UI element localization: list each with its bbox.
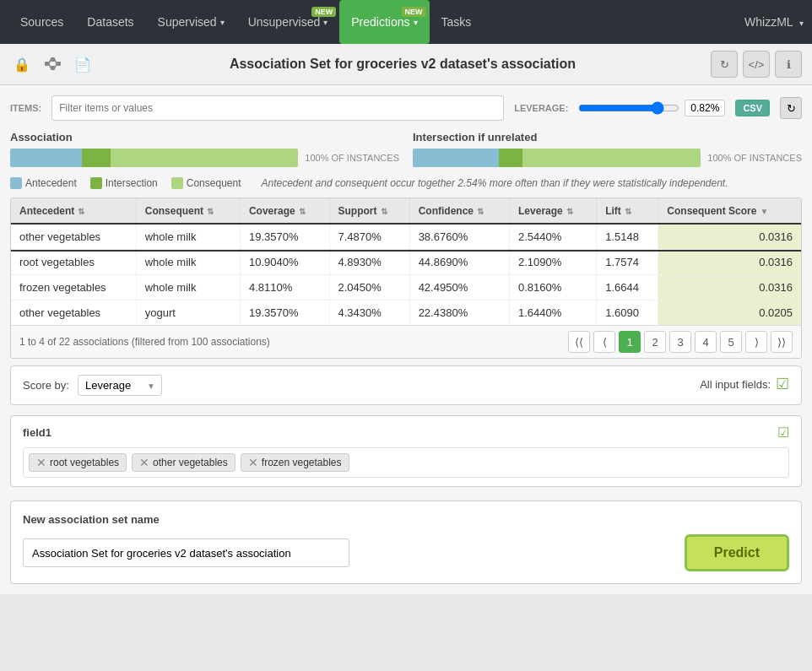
page-first-button[interactable]: ⟨⟨ xyxy=(568,331,590,353)
leverage-slider-container: 0.82% xyxy=(578,100,725,116)
col-confidence[interactable]: Confidence⇅ xyxy=(409,198,509,225)
doc-icon[interactable]: 📄 xyxy=(71,52,95,76)
association-right: Intersection if unrelated 100% OF INSTAN… xyxy=(413,131,802,167)
svg-line-7 xyxy=(55,64,57,68)
tag-remove-icon[interactable]: ✕ xyxy=(139,457,149,468)
name-input[interactable] xyxy=(23,538,349,567)
page-controls: ⟨⟨ ⟨ 1 2 3 4 5 ⟩ ⟩⟩ xyxy=(568,331,793,353)
filter-bar: ITEMS: LEVERAGE: 0.82% CSV ↻ xyxy=(10,95,802,121)
legend-note: Antecedent and consequent occur together… xyxy=(261,177,728,189)
legend-label-antecedent: Antecedent xyxy=(25,177,77,189)
chevron-down-icon-predictions: ▾ xyxy=(414,18,418,27)
svg-line-6 xyxy=(55,60,57,64)
col-lift[interactable]: Lift⇅ xyxy=(597,198,658,225)
legend-antecedent: Antecedent xyxy=(10,177,77,189)
table-row[interactable]: other vegetables yogurt 19.3570% 4.3430%… xyxy=(11,300,801,326)
bar-intersection-left xyxy=(82,149,111,167)
refresh-icon[interactable]: ↻ xyxy=(711,51,738,78)
legend: Antecedent Intersection Consequent Antec… xyxy=(10,177,802,189)
table-row[interactable]: other vegetables whole milk 19.3570% 7.4… xyxy=(11,225,801,250)
new-badge-unsupervised: NEW xyxy=(311,7,336,17)
page-prev-button[interactable]: ⟨ xyxy=(593,331,615,353)
nav-item-datasets[interactable]: Datasets xyxy=(75,0,145,44)
whizzml-menu[interactable]: WhizzML ▾ xyxy=(744,15,804,29)
bar-wrapper-left xyxy=(10,149,298,167)
association-table: Antecedent⇅ Consequent⇅ Coverage⇅ Suppor… xyxy=(10,198,802,359)
page-title: Association Set for groceries v2 dataset… xyxy=(101,57,704,72)
score-left: Score by: Leverage Support Confidence Li… xyxy=(23,375,162,396)
page-2-button[interactable]: 2 xyxy=(644,331,666,353)
predict-button[interactable]: Predict xyxy=(685,534,789,571)
nav-item-predictions[interactable]: NEW Predictions ▾ xyxy=(339,0,429,44)
page-3-button[interactable]: 3 xyxy=(669,331,691,353)
field1-checkbox[interactable]: ☑ xyxy=(777,425,789,441)
legend-intersection: Intersection xyxy=(90,177,158,189)
bottom-section: New association set name Predict xyxy=(10,501,802,584)
score-select[interactable]: Leverage Support Confidence Lift xyxy=(78,375,162,396)
page-next-button[interactable]: ⟩ xyxy=(745,331,767,353)
bar-pct-right: 100% OF INSTANCES xyxy=(707,153,802,163)
svg-rect-2 xyxy=(51,66,55,70)
tag: ✕frozen vegetables xyxy=(241,453,349,472)
navbar: Sources Datasets Supervised ▾ NEW Unsupe… xyxy=(0,0,812,44)
tag-remove-icon[interactable]: ✕ xyxy=(248,457,258,468)
page-last-button[interactable]: ⟩⟩ xyxy=(771,331,793,353)
table-row[interactable]: frozen vegetables whole milk 4.8110% 2.0… xyxy=(11,275,801,300)
col-antecedent[interactable]: Antecedent⇅ xyxy=(11,198,136,225)
table-row[interactable]: root vegetables whole milk 10.9040% 4.89… xyxy=(11,250,801,275)
sort-support-icon: ⇅ xyxy=(381,207,387,216)
bar-consequent-right xyxy=(522,149,701,167)
bar-antecedent-left xyxy=(10,149,82,167)
items-input[interactable] xyxy=(51,95,504,121)
pagination-summary: 1 to 4 of 22 associations (filtered from… xyxy=(19,336,270,348)
svg-rect-0 xyxy=(45,62,49,66)
sort-antecedent-icon: ⇅ xyxy=(78,207,84,216)
association-left: Association 100% OF INSTANCES xyxy=(10,131,399,167)
data-refresh-button[interactable]: ↻ xyxy=(780,97,802,119)
score-by-label: Score by: xyxy=(23,379,69,392)
sort-lift-icon: ⇅ xyxy=(625,207,631,216)
page-5-button[interactable]: 5 xyxy=(720,331,742,353)
items-label: ITEMS: xyxy=(10,103,41,113)
page-1-button[interactable]: 1 xyxy=(619,331,641,353)
field1-tags-container[interactable]: ✕root vegetables✕other vegetables✕frozen… xyxy=(23,447,789,478)
csv-button[interactable]: CSV xyxy=(735,100,770,116)
legend-color-consequent xyxy=(171,177,183,189)
nav-item-tasks[interactable]: Tasks xyxy=(430,0,484,44)
legend-color-intersection xyxy=(90,177,102,189)
tag-remove-icon[interactable]: ✕ xyxy=(36,457,46,468)
score-section: Score by: Leverage Support Confidence Li… xyxy=(10,365,802,405)
nav-item-unsupervised[interactable]: NEW Unsupervised ▾ xyxy=(236,0,340,44)
chevron-down-icon-brand: ▾ xyxy=(799,19,804,28)
model-icon[interactable] xyxy=(41,52,64,76)
leverage-slider[interactable] xyxy=(578,101,679,115)
legend-consequent: Consequent xyxy=(171,177,241,189)
score-select-wrapper: Leverage Support Confidence Lift xyxy=(78,375,162,396)
lock-icon[interactable]: 🔒 xyxy=(10,52,34,76)
page-4-button[interactable]: 4 xyxy=(695,331,717,353)
legend-label-consequent: Consequent xyxy=(187,177,241,189)
col-coverage[interactable]: Coverage⇅ xyxy=(240,198,329,225)
association-title: Association xyxy=(10,131,399,143)
bar-pct-left: 100% OF INSTANCES xyxy=(305,153,399,163)
svg-line-4 xyxy=(49,60,51,64)
col-leverage[interactable]: Leverage⇅ xyxy=(510,198,597,225)
all-fields-checkbox[interactable]: ☑ xyxy=(776,375,789,393)
svg-rect-1 xyxy=(51,57,55,62)
col-support[interactable]: Support⇅ xyxy=(329,198,409,225)
leverage-value: 0.82% xyxy=(685,100,725,116)
col-consequent-score[interactable]: Consequent Score▼ xyxy=(658,198,801,225)
field1-section: field1 ☑ ✕root vegetables✕other vegetabl… xyxy=(10,415,802,487)
nav-item-supervised[interactable]: Supervised ▾ xyxy=(146,0,236,44)
bar-intersection-right xyxy=(499,149,522,167)
nav-item-sources[interactable]: Sources xyxy=(8,0,75,44)
field1-header: field1 ☑ xyxy=(23,425,789,441)
info-icon[interactable]: ℹ xyxy=(775,51,802,78)
legend-label-intersection: Intersection xyxy=(106,177,158,189)
intersection-title: Intersection if unrelated xyxy=(413,131,802,143)
code-icon[interactable]: </> xyxy=(743,51,770,78)
svg-rect-3 xyxy=(57,62,61,66)
toolbar-actions: ↻ </> ℹ xyxy=(711,51,802,78)
sort-leverage-icon: ⇅ xyxy=(566,207,573,216)
col-consequent[interactable]: Consequent⇅ xyxy=(136,198,240,225)
